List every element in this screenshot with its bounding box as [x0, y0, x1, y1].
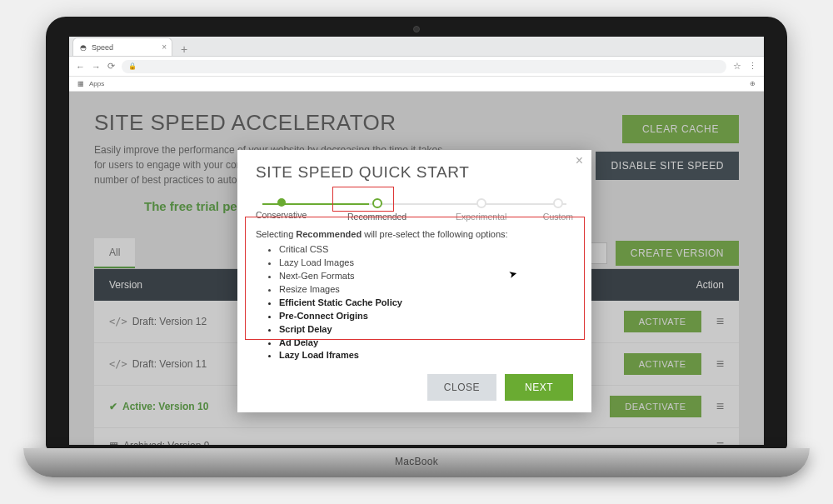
lock-icon: 🔒: [128, 62, 137, 70]
laptop-brand: MacBook: [395, 456, 438, 467]
option-item: Efficient Static Cache Policy: [279, 297, 573, 310]
option-item: Critical CSS: [279, 243, 573, 257]
camera-dot: [413, 26, 420, 32]
option-item: Lazy Load Iframes: [279, 349, 573, 362]
option-item: Script Delay: [279, 323, 573, 337]
step-recommended[interactable]: Recommended: [347, 198, 407, 222]
option-item: Resize Images: [279, 283, 573, 297]
forward-icon[interactable]: →: [92, 62, 101, 72]
option-item: Pre-Connect Origins: [279, 310, 573, 323]
tab-close-icon[interactable]: ×: [162, 42, 167, 52]
menu-icon[interactable]: ⋮: [748, 61, 757, 72]
modal-body: Selecting Recommended will pre-select th…: [256, 228, 573, 362]
bookmark-bar: ▦ Apps ⊕: [69, 77, 764, 92]
step-experimental[interactable]: Experimental: [456, 198, 506, 222]
new-tab-button[interactable]: +: [172, 42, 196, 56]
option-item: Ad Delay: [279, 337, 573, 350]
back-icon[interactable]: ←: [76, 62, 85, 72]
options-list: Critical CSS Lazy Load Images Next-Gen F…: [256, 243, 573, 362]
overflow-icon[interactable]: ⊕: [750, 80, 756, 87]
browser-toolbar: ← → ⟳ 🔒 ☆ ⋮: [69, 57, 764, 77]
modal-title: SITE SPEED QUICK START: [256, 163, 573, 182]
apps-icon[interactable]: ▦: [77, 80, 84, 87]
tab-favicon: ◓: [80, 43, 87, 52]
url-input[interactable]: 🔒: [122, 60, 726, 73]
quick-start-modal: × SITE SPEED QUICK START Conservative Re…: [237, 150, 591, 412]
option-item: Next-Gen Formats: [279, 270, 573, 283]
next-button[interactable]: NEXT: [505, 374, 573, 401]
apps-label[interactable]: Apps: [89, 80, 104, 87]
screen: ◓ Speed × + ← → ⟳ 🔒 ☆ ⋮ ▦ Apps ⊕ SITE SP: [69, 37, 764, 445]
star-icon[interactable]: ☆: [733, 61, 741, 72]
close-button[interactable]: CLOSE: [427, 374, 496, 401]
step-conservative[interactable]: Conservative: [256, 198, 307, 220]
browser-tab[interactable]: ◓ Speed ×: [72, 37, 172, 56]
close-icon[interactable]: ×: [576, 153, 583, 168]
preset-stepper: Conservative Recommended Experimental Cu…: [256, 198, 573, 223]
option-item: Lazy Load Images: [279, 257, 573, 270]
step-custom[interactable]: Custom: [543, 198, 573, 222]
tab-title: Speed: [92, 43, 113, 52]
laptop-frame: ◓ Speed × + ← → ⟳ 🔒 ☆ ⋮ ▦ Apps ⊕ SITE SP: [46, 17, 787, 450]
laptop-base: MacBook: [23, 448, 810, 477]
reload-icon[interactable]: ⟳: [107, 61, 115, 72]
browser-tab-bar: ◓ Speed × +: [69, 37, 764, 57]
